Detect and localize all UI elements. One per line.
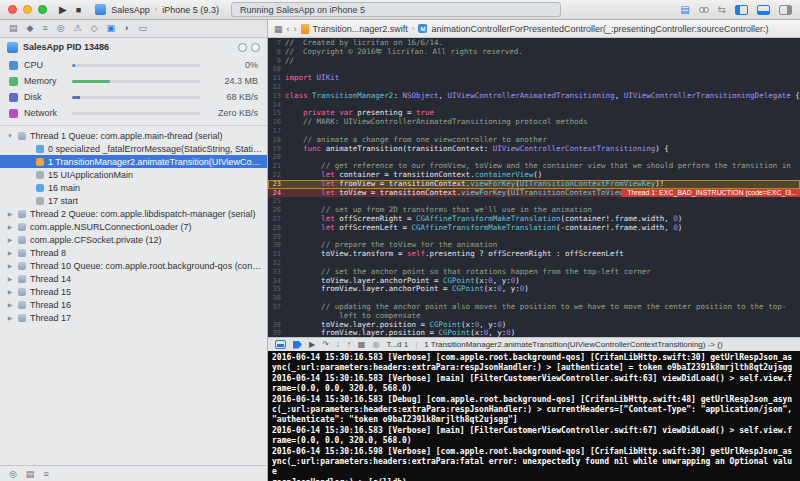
hide-debug-area-icon[interactable] (275, 340, 286, 349)
view-hierarchy-button[interactable]: ▦ (358, 340, 366, 349)
thread-segment[interactable]: T...d 1 (386, 340, 408, 349)
run-button[interactable]: ▶ (59, 4, 67, 15)
line-number[interactable]: 14 (268, 101, 285, 110)
gauge-cpu[interactable]: CPU0% (0, 57, 267, 73)
breakpoints-toggle-icon[interactable] (293, 341, 302, 349)
stop-button[interactable]: ■ (76, 5, 81, 15)
code-line[interactable]: 25 (268, 197, 800, 206)
debug-console[interactable]: 2016-06-14 15:30:16.583 [Verbose] [com.a… (268, 351, 800, 481)
step-out-button[interactable]: ↑ (347, 340, 351, 349)
line-number[interactable]: 9 (268, 57, 285, 66)
project-navigator-icon[interactable]: ▤ (9, 24, 18, 33)
thread-row[interactable]: ▶Thread 10 Queue: com.apple.root.backgro… (0, 259, 267, 272)
version-editor-button[interactable]: ⇆ (718, 5, 726, 15)
related-items-icon[interactable]: ▦ (274, 24, 283, 34)
source-control-navigator-icon[interactable]: ◆ (27, 24, 34, 33)
toggle-navigator-button[interactable] (735, 5, 748, 15)
filter-icon[interactable]: ◎ (9, 469, 17, 479)
stack-frame-row[interactable]: 16 main (0, 181, 267, 194)
code-line[interactable]: left to compensate (268, 312, 800, 321)
process-header[interactable]: SalesApp PID 13486 (0, 38, 267, 56)
code-line[interactable]: 7// Created by licrifan on 16/6/14. (268, 39, 800, 48)
continue-button[interactable]: ▶ (309, 340, 315, 349)
line-number[interactable]: 32 (268, 259, 285, 268)
code-line[interactable]: 11import UIKit (268, 74, 800, 83)
report-navigator-icon[interactable]: ▭ (139, 24, 148, 33)
pause-process-icon[interactable] (238, 43, 247, 52)
disclosure-triangle-icon[interactable]: ▶ (6, 249, 14, 256)
find-navigator-icon[interactable]: ◎ (57, 24, 65, 33)
thread-row[interactable]: ▶Thread 17 (0, 311, 267, 324)
thread-row[interactable]: ▶com.apple.CFSocket.private (12) (0, 233, 267, 246)
thread-row[interactable]: ▼Thread 1 Queue: com.apple.main-thread (… (0, 129, 267, 142)
line-number[interactable]: 19 (268, 145, 285, 154)
process-options-icon[interactable] (251, 43, 260, 52)
code-line[interactable]: 36 (268, 294, 800, 303)
scheme-name[interactable]: SalesApp (111, 5, 150, 15)
line-number[interactable]: 17 (268, 127, 285, 136)
standard-editor-button[interactable]: ▤ (680, 5, 689, 15)
stack-frame-row[interactable]: 15 UIApplicationMain (0, 168, 267, 181)
line-number[interactable]: 35 (268, 285, 285, 294)
stack-frame-row[interactable]: 17 start (0, 194, 267, 207)
line-number[interactable] (268, 312, 285, 321)
stack-frame-row[interactable]: 0 specialized _fatalErrorMessage(StaticS… (0, 142, 267, 155)
test-navigator-icon[interactable]: ◇ (91, 24, 98, 33)
code-line[interactable]: 12 (268, 83, 800, 92)
code-line[interactable]: 15 private var presenting = true (268, 109, 800, 118)
assistant-editor-button[interactable] (699, 7, 709, 13)
line-number[interactable]: 25 (268, 197, 285, 206)
code-line[interactable]: 24 let toView = transitionContext.viewFo… (268, 189, 800, 198)
disclosure-triangle-icon[interactable]: ▶ (6, 314, 14, 321)
step-over-button[interactable]: ↷ (322, 340, 329, 349)
line-number[interactable]: 20 (268, 153, 285, 162)
disclosure-triangle-icon[interactable]: ▶ (6, 210, 14, 217)
disclosure-triangle-icon[interactable]: ▶ (6, 288, 14, 295)
disclosure-triangle-icon[interactable]: ▶ (6, 275, 14, 282)
code-line[interactable]: 34 toView.layer.anchorPoint = CGPoint(x:… (268, 277, 800, 286)
code-line[interactable]: 35 fromView.layer.anchorPoint = CGPoint(… (268, 285, 800, 294)
thread-row[interactable]: ▶Thread 14 (0, 272, 267, 285)
code-line[interactable]: 37 // updating the anchor point also mov… (268, 303, 800, 312)
code-line[interactable]: 13class TransitionManager2: NSObject, UI… (268, 92, 800, 101)
forward-button[interactable]: › (294, 24, 297, 34)
source-editor[interactable]: 7// Created by licrifan on 16/6/14.8// C… (268, 38, 800, 337)
line-number[interactable]: 22 (268, 171, 285, 180)
scheme-selector[interactable]: SalesApp › iPhone 5 (9.3) (95, 4, 219, 15)
gauge-disk[interactable]: Disk68 KB/s (0, 89, 267, 105)
code-line[interactable]: 9// (268, 57, 800, 66)
line-number[interactable]: 27 (268, 215, 285, 224)
line-number[interactable]: 10 (268, 65, 285, 74)
line-number[interactable]: 7 (268, 39, 285, 48)
code-line[interactable]: 8// Copyright © 2016年 licrifan. All righ… (268, 48, 800, 57)
gauge-memory[interactable]: Memory24.3 MB (0, 73, 267, 89)
line-number[interactable]: 26 (268, 206, 285, 215)
code-line[interactable]: 17 (268, 127, 800, 136)
line-number[interactable]: 34 (268, 277, 285, 286)
line-number[interactable]: 33 (268, 268, 285, 277)
line-number[interactable]: 39 (268, 329, 285, 337)
code-line[interactable]: 22 let container = transitionContext.con… (268, 171, 800, 180)
step-into-button[interactable]: ↓ (336, 340, 340, 349)
frame-segment[interactable]: 1 TransitionManager2.animateTransition(U… (424, 340, 722, 349)
thread-row[interactable]: ▶Thread 16 (0, 298, 267, 311)
error-badge[interactable]: Thread 1: EXC_BAD_INSTRUCTION (code=EXC_… (621, 189, 800, 198)
line-number[interactable]: 28 (268, 224, 285, 233)
thread-row[interactable]: ▶Thread 8 (0, 246, 267, 259)
disclosure-triangle-icon[interactable]: ▼ (6, 133, 14, 139)
issue-navigator-icon[interactable]: ⚠ (74, 24, 82, 33)
thread-row[interactable]: ▶com.apple.NSURLConnectionLoader (7) (0, 220, 267, 233)
code-line[interactable]: 32 (268, 259, 800, 268)
gauge-network[interactable]: NetworkZero KB/s (0, 105, 267, 121)
code-line[interactable]: 23 let fromView = transitionContext.view… (268, 180, 800, 189)
code-line[interactable]: 33 // set the anchor point so that rotat… (268, 268, 800, 277)
disclosure-triangle-icon[interactable]: ▶ (6, 223, 14, 230)
line-number[interactable]: 18 (268, 136, 285, 145)
line-number[interactable]: 31 (268, 250, 285, 259)
line-number[interactable]: 36 (268, 294, 285, 303)
code-line[interactable]: 29 (268, 233, 800, 242)
toggle-debug-area-button[interactable] (757, 5, 770, 15)
thread-row[interactable]: ▶Thread 15 (0, 285, 267, 298)
debug-navigator-icon[interactable]: ▣ (107, 24, 116, 33)
code-line[interactable]: 26 // set up from 2D transforms that we'… (268, 206, 800, 215)
